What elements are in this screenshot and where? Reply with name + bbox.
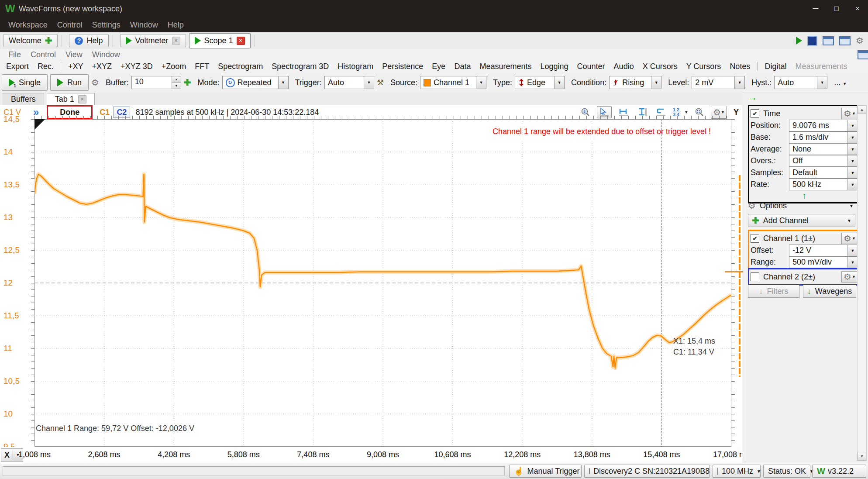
view-tab--xyz[interactable]: +XYZ	[88, 62, 117, 71]
mode-dropdown[interactable]: ↻Repeated ▼	[222, 76, 289, 89]
buffer-gear-icon[interactable]: ⚙	[91, 77, 99, 88]
menu-window[interactable]: Window	[125, 21, 163, 30]
filters-button[interactable]: ↓ Filters	[748, 285, 799, 298]
tab-tab1[interactable]: Tab 1 ×	[47, 93, 95, 105]
time-gear-button[interactable]: ⚙▼	[841, 108, 858, 119]
view-tab-data[interactable]: Data	[450, 62, 475, 71]
add-channel-button[interactable]: ✚ Add Channel ▼	[748, 214, 855, 227]
time-dropdown-overs[interactable]: Off▼	[789, 155, 858, 167]
maximize-button[interactable]: □	[826, 0, 847, 17]
channel1-checkbox[interactable]: ✔	[751, 234, 759, 243]
hysteresis-dropdown[interactable]: Auto ▼	[774, 76, 827, 89]
scroll-down-icon[interactable]: ▼	[858, 452, 866, 461]
view-tab-spectrogram[interactable]: Spectrogram	[214, 62, 267, 71]
time-dropdown-rate[interactable]: 500 kHz▼	[789, 179, 858, 190]
panel-collapse-arrow-icon[interactable]: →	[748, 93, 757, 103]
view-tab-measurements[interactable]: Measurements	[791, 62, 851, 71]
stop-all-icon[interactable]	[807, 36, 817, 46]
tab-help[interactable]: ? Help	[69, 34, 108, 47]
more-options-button[interactable]: ... ▼	[834, 78, 847, 87]
view-tab--xy[interactable]: +XY	[64, 62, 88, 71]
source-dropdown[interactable]: Channel 1 ▼	[420, 76, 486, 89]
view-tab-histogram[interactable]: Histogram	[333, 62, 378, 71]
level-dropdown[interactable]: 2 mV ▼	[692, 76, 745, 89]
view-tab-x-cursors[interactable]: X Cursors	[638, 62, 682, 71]
cursor-dropdown-icon[interactable]: ▼	[684, 110, 688, 114]
close-scope1-icon[interactable]: ×	[237, 37, 245, 45]
condition-dropdown[interactable]: Rising ▼	[609, 76, 661, 89]
view-tab-rec-[interactable]: Rec.	[33, 62, 58, 71]
tab-scope1[interactable]: Scope 1 ×	[189, 33, 251, 48]
view-tab-logging[interactable]: Logging	[536, 62, 572, 71]
panel-scrollbar[interactable]: ▲ ▼	[857, 105, 867, 461]
run-all-icon[interactable]	[796, 37, 802, 45]
close-button[interactable]: ×	[847, 0, 868, 17]
channel1-dropdown-range[interactable]: 500 mV/div▼	[789, 256, 858, 268]
undock-window-icon[interactable]	[858, 50, 868, 59]
minimize-button[interactable]: ─	[805, 0, 826, 17]
scroll-up-icon[interactable]: ▲	[858, 105, 866, 114]
clock-frequency-button[interactable]: 100 MHz ▼	[713, 465, 761, 478]
channel1-dropdown-offset[interactable]: -12 V▼	[789, 245, 858, 256]
menu-control[interactable]: Control	[52, 21, 87, 30]
tab-welcome[interactable]: Welcome ✚	[3, 34, 58, 47]
trigger-dropdown[interactable]: Auto ▼	[324, 76, 374, 89]
settings-gear-icon[interactable]: ⚙	[856, 35, 864, 46]
channel2-gear-button[interactable]: ⚙▼	[841, 271, 858, 283]
scope-menu-window[interactable]: Window	[87, 50, 125, 59]
time-checkbox[interactable]: ✔	[751, 109, 759, 118]
tile-windows-icon[interactable]	[823, 36, 834, 45]
menu-workspace[interactable]: Workspace	[3, 21, 52, 30]
view-tab--xyz-3d[interactable]: +XYZ 3D	[116, 62, 157, 71]
tab-buffers[interactable]: Buffers	[3, 93, 44, 105]
time-up-arrow-icon[interactable]: ↑	[751, 190, 858, 201]
view-tab--zoom[interactable]: +Zoom	[157, 62, 191, 71]
close-tab1-icon[interactable]: ×	[78, 95, 86, 103]
spin-down-icon[interactable]: ▼	[172, 83, 181, 89]
spin-up-icon[interactable]: ▲	[172, 76, 181, 83]
menu-settings[interactable]: Settings	[87, 21, 125, 30]
wavegens-button[interactable]: ↓ Wavegens	[803, 285, 856, 298]
view-tab-export[interactable]: Export	[2, 62, 33, 71]
view-tab-persistence[interactable]: Persistence	[378, 62, 427, 71]
view-tab-counter[interactable]: Counter	[573, 62, 610, 71]
device-button[interactable]: Discovery2 C SN:210321A190B8	[584, 465, 710, 478]
buffer-spinner[interactable]: 10 ▲ ▼	[131, 76, 181, 89]
channel1-gear-button[interactable]: ⚙▼	[841, 233, 858, 244]
status-scroll-groove[interactable]	[3, 466, 505, 476]
options-row[interactable]: ⚙ Options ▼	[748, 200, 855, 211]
close-voltmeter-icon[interactable]: ×	[172, 37, 180, 45]
time-dropdown-position[interactable]: 9.0076 ms▼	[789, 120, 858, 131]
time-dropdown-base[interactable]: 1.6 ms/div▼	[789, 131, 858, 143]
manual-trigger-button[interactable]: ☝ Manual Trigger	[509, 465, 582, 478]
waveform-canvas[interactable]	[34, 119, 731, 447]
type-dropdown[interactable]: Edge ▼	[515, 76, 565, 89]
tab-voltmeter[interactable]: Voltmeter ×	[120, 34, 186, 47]
scope-menu-file[interactable]: File	[3, 50, 26, 59]
view-tab-spectrogram-3d[interactable]: Spectrogram 3D	[267, 62, 333, 71]
view-tab-y-cursors[interactable]: Y Cursors	[682, 62, 726, 71]
channel2-checkbox[interactable]	[751, 272, 759, 281]
run-button[interactable]: Run	[50, 74, 89, 91]
version-button[interactable]: W v3.22.2	[812, 465, 866, 478]
view-tab-audio[interactable]: Audio	[610, 62, 638, 71]
cascade-windows-icon[interactable]	[839, 36, 851, 45]
right-ruler[interactable]	[731, 119, 735, 447]
view-tab-notes[interactable]: Notes	[725, 62, 754, 71]
add-workspace-icon[interactable]: ✚	[45, 35, 52, 46]
view-tab-measurements[interactable]: Measurements	[475, 62, 536, 71]
time-dropdown-samples[interactable]: Default▼	[789, 167, 858, 179]
single-button[interactable]: 1 Single	[2, 74, 48, 91]
view-tab-fft[interactable]: FFT	[190, 62, 214, 71]
scope-menu-control[interactable]: Control	[26, 50, 61, 59]
add-buffer-icon[interactable]: ✚	[184, 77, 191, 88]
left-ruler[interactable]	[31, 119, 34, 447]
status-ok-button[interactable]: Status: OK ▼	[763, 465, 810, 478]
view-tab-eye[interactable]: Eye	[427, 62, 450, 71]
menu-help[interactable]: Help	[163, 21, 189, 30]
time-dropdown-average[interactable]: None▼	[789, 143, 858, 155]
buffer-value[interactable]: 10	[132, 76, 172, 89]
view-tab-digital[interactable]: Digital	[760, 62, 791, 71]
manual-trigger-hammer-icon[interactable]: ⚒	[377, 78, 384, 87]
y-axis-button[interactable]: Y	[734, 108, 739, 117]
